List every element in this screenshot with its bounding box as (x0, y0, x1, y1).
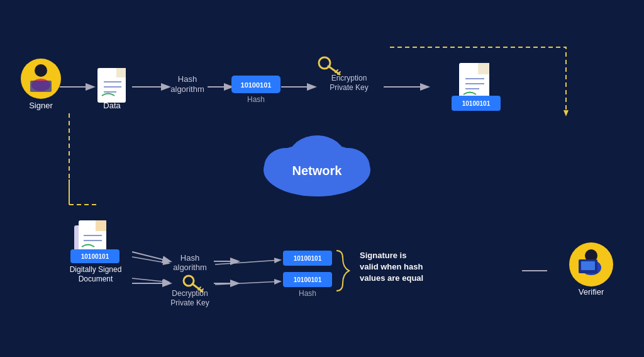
svg-text:Digitally Signed: Digitally Signed (70, 265, 122, 274)
svg-text:Private Key: Private Key (170, 298, 209, 307)
svg-marker-18 (116, 68, 126, 77)
diagram-container: 10100101 Hash 10100101 Network (0, 0, 644, 357)
svg-rect-61 (581, 261, 595, 270)
svg-text:Network: Network (292, 164, 343, 178)
svg-text:10100101: 10100101 (81, 253, 109, 260)
svg-text:Hash: Hash (299, 289, 316, 298)
svg-text:values are equal: values are equal (360, 273, 423, 283)
svg-text:10100101: 10100101 (294, 255, 322, 262)
svg-rect-16 (30, 81, 52, 92)
svg-text:algorithm: algorithm (170, 84, 204, 94)
svg-marker-43 (96, 220, 106, 231)
svg-text:Signature is: Signature is (360, 251, 406, 260)
svg-text:Data: Data (103, 101, 121, 110)
svg-text:10100101: 10100101 (294, 276, 322, 283)
svg-text:Encryption: Encryption (331, 74, 367, 82)
svg-text:Document: Document (79, 275, 113, 283)
svg-text:Decryption: Decryption (172, 289, 208, 298)
svg-text:Private Key: Private Key (330, 83, 368, 92)
svg-text:algorithm: algorithm (173, 263, 206, 272)
svg-text:Hash: Hash (247, 95, 265, 104)
svg-point-14 (35, 64, 47, 77)
svg-text:Verifier: Verifier (579, 287, 604, 297)
svg-text:Hash: Hash (180, 253, 199, 263)
svg-text:10100101: 10100101 (462, 100, 491, 107)
svg-text:Signer: Signer (29, 101, 53, 110)
svg-text:Hash: Hash (178, 74, 197, 84)
svg-marker-30 (478, 63, 489, 74)
svg-text:10100101: 10100101 (241, 81, 272, 89)
svg-text:valid when hash: valid when hash (360, 262, 423, 271)
